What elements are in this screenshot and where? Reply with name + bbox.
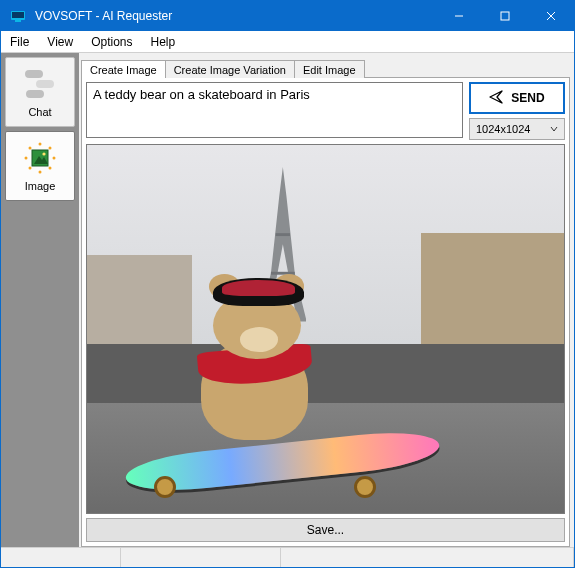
close-button[interactable] <box>528 1 574 31</box>
svg-point-10 <box>39 143 42 146</box>
prompt-row: SEND 1024x1024 <box>86 82 565 140</box>
svg-rect-1 <box>12 12 24 18</box>
app-window: VOVSOFT - AI Requester File View Options… <box>0 0 575 568</box>
save-button[interactable]: Save... <box>86 518 565 542</box>
chevron-down-icon <box>550 123 558 135</box>
send-button[interactable]: SEND <box>469 82 565 114</box>
send-label: SEND <box>511 91 544 105</box>
app-icon <box>9 7 27 25</box>
menubar: File View Options Help <box>1 31 574 53</box>
menu-help[interactable]: Help <box>142 33 185 51</box>
svg-rect-7 <box>25 70 43 78</box>
svg-rect-8 <box>36 80 54 88</box>
menu-view[interactable]: View <box>38 33 82 51</box>
titlebar: VOVSOFT - AI Requester <box>1 1 574 31</box>
window-title: VOVSOFT - AI Requester <box>33 9 436 23</box>
svg-point-15 <box>29 167 32 170</box>
send-icon <box>489 90 503 107</box>
body: Chat Image Create Image Create Image Var… <box>1 53 574 547</box>
main-panel: Create Image Create Image Variation Edit… <box>79 53 574 547</box>
minimize-button[interactable] <box>436 1 482 31</box>
sidebar: Chat Image <box>1 53 79 547</box>
maximize-button[interactable] <box>482 1 528 31</box>
sidebar-image-button[interactable]: Image <box>5 131 75 201</box>
svg-point-17 <box>29 147 32 150</box>
tab-create-variation[interactable]: Create Image Variation <box>165 60 295 78</box>
svg-point-14 <box>39 171 42 174</box>
svg-rect-4 <box>501 12 509 20</box>
window-controls <box>436 1 574 31</box>
sidebar-chat-label: Chat <box>28 106 51 118</box>
svg-point-16 <box>25 157 28 160</box>
menu-file[interactable]: File <box>1 33 38 51</box>
statusbar <box>1 547 574 567</box>
sidebar-chat-button[interactable]: Chat <box>5 57 75 127</box>
tab-body: SEND 1024x1024 <box>81 77 570 547</box>
generated-image <box>86 144 565 514</box>
tab-strip: Create Image Create Image Variation Edit… <box>81 55 570 77</box>
tab-create-image[interactable]: Create Image <box>81 60 166 78</box>
teddy-bear-illustration <box>163 278 354 455</box>
svg-rect-2 <box>15 20 21 22</box>
svg-point-12 <box>53 157 56 160</box>
size-select-value: 1024x1024 <box>476 123 530 135</box>
svg-rect-9 <box>26 90 44 98</box>
tab-edit-image[interactable]: Edit Image <box>294 60 365 78</box>
prompt-input[interactable] <box>86 82 463 138</box>
right-column: SEND 1024x1024 <box>469 82 565 140</box>
svg-point-20 <box>42 152 45 155</box>
size-select[interactable]: 1024x1024 <box>469 118 565 140</box>
image-icon <box>22 140 58 176</box>
chat-icon <box>22 66 58 102</box>
menu-options[interactable]: Options <box>82 33 141 51</box>
svg-point-13 <box>49 167 52 170</box>
sidebar-image-label: Image <box>25 180 56 192</box>
svg-point-11 <box>49 147 52 150</box>
